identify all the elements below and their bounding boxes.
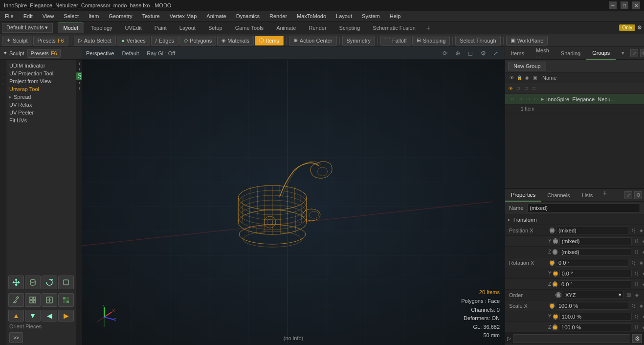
menu-layout[interactable]: Layout	[331, 11, 357, 22]
position-x-key-icon[interactable]: ◆	[638, 227, 644, 234]
tab-paint[interactable]: Paint	[149, 23, 173, 33]
arrow-left-button[interactable]: ◀	[42, 310, 57, 322]
rotation-z-key-icon[interactable]: ◆	[641, 281, 644, 288]
viewport-orbit-button[interactable]: ⟳	[440, 49, 450, 58]
select-through-button[interactable]: Select Through	[455, 36, 500, 46]
expand-button[interactable]: >>	[9, 332, 23, 343]
rotation-y-input[interactable]	[559, 270, 632, 277]
props-name-input[interactable]	[527, 204, 640, 212]
items-button[interactable]: ⬡ Items	[255, 36, 284, 46]
scale-y-input[interactable]	[559, 313, 632, 321]
tool-project-view[interactable]: Project from View	[6, 77, 76, 85]
menu-dynamics[interactable]: Dynamics	[231, 11, 265, 22]
position-z-input[interactable]	[559, 248, 631, 256]
scale-x-link-icon[interactable]: ⛓	[630, 302, 637, 309]
rotation-y-key-icon[interactable]: ◆	[641, 270, 644, 277]
menu-edit[interactable]: Edit	[19, 11, 38, 22]
props-tab-channels[interactable]: Channels	[541, 189, 576, 202]
rotation-x-link-icon[interactable]: ⛓	[630, 259, 637, 266]
tab-render[interactable]: Render	[303, 23, 332, 33]
action-center-button[interactable]: ⊕ Action Center	[289, 36, 337, 46]
tool-unwrap[interactable]: Unwrap Tool	[6, 85, 76, 93]
props-add-button[interactable]: +	[599, 189, 611, 202]
transform-section-header[interactable]: ▸ Transform	[505, 214, 644, 225]
snapping-button[interactable]: ⊞ Snapping	[412, 36, 450, 46]
item-sel-1[interactable]: □	[509, 96, 516, 103]
props-tab-lists[interactable]: Lists	[576, 189, 599, 202]
order-dropdown[interactable]: XYZ ▾	[563, 291, 624, 299]
arrow-down-button[interactable]: ▼	[25, 310, 41, 322]
scale-z-key-icon[interactable]: ◆	[641, 324, 644, 331]
position-x-link-icon[interactable]: ⛓	[630, 227, 637, 234]
viewport[interactable]: Perspective Default Ray GL: Off ⟳ ⊕ ◻ ⚙ …	[82, 47, 505, 345]
workplane-button[interactable]: ▣ WorkPlane	[506, 36, 548, 46]
polygons-button[interactable]: ◇ Polygons	[179, 36, 216, 46]
menu-vertex-map[interactable]: Vertex Map	[165, 11, 202, 22]
menu-file[interactable]: File	[0, 11, 19, 22]
viewport-canvas[interactable]: 20 Items Polygons : Face Channels: 0 Def…	[82, 60, 505, 345]
props-expand-button[interactable]: ⤢	[624, 191, 632, 199]
menu-animate[interactable]: Animate	[201, 11, 231, 22]
item-sel-3[interactable]: □	[525, 96, 532, 103]
scale-y-circle[interactable]	[553, 314, 558, 320]
tab-uvedit[interactable]: UVEdit	[119, 23, 148, 33]
tool-spread[interactable]: ▸ Spread	[6, 93, 76, 101]
command-input[interactable]	[513, 334, 630, 343]
tab-scripting[interactable]: Scripting	[333, 23, 366, 33]
order-link-icon[interactable]: ⛓	[625, 292, 632, 299]
menu-render[interactable]: Render	[265, 11, 292, 22]
tool-icon-move[interactable]	[8, 276, 24, 289]
tool-icon-box[interactable]	[58, 276, 74, 289]
minimize-button[interactable]: ─	[609, 1, 617, 9]
item-sel-2[interactable]: □	[517, 96, 524, 103]
group-sel-icon-3[interactable]: □	[531, 85, 537, 92]
order-key-icon[interactable]: ◆	[633, 292, 640, 299]
viewport-expand-button[interactable]: ⤢	[491, 49, 501, 58]
scale-y-link-icon[interactable]: ⛓	[633, 313, 640, 320]
position-z-link-icon[interactable]: ⛓	[633, 249, 640, 255]
tab-model[interactable]: Model	[58, 23, 84, 33]
menu-system[interactable]: System	[357, 11, 385, 22]
tool-icon-cup[interactable]	[25, 276, 41, 289]
arrow-right-button[interactable]: ▶	[58, 310, 74, 322]
position-z-key-icon[interactable]: ◆	[641, 249, 644, 255]
position-y-input[interactable]	[559, 237, 632, 245]
scale-y-key-icon[interactable]: ◆	[641, 313, 644, 320]
position-x-input[interactable]	[556, 227, 628, 234]
tool-uv-relax[interactable]: UV Relax	[6, 101, 76, 109]
scale-x-input[interactable]	[556, 302, 628, 310]
add-tab-button[interactable]: +	[422, 24, 434, 32]
sidebar-tick-2[interactable]: ·	[0, 68, 6, 73]
group-eye-icon[interactable]: 👁	[507, 85, 514, 92]
maximize-button[interactable]: □	[621, 1, 628, 9]
rotation-x-circle[interactable]	[550, 260, 555, 266]
menu-help[interactable]: Help	[385, 11, 406, 22]
rotation-x-input[interactable]	[556, 259, 628, 267]
close-button[interactable]: ✕	[632, 1, 640, 9]
position-y-key-icon[interactable]: ◆	[641, 238, 644, 245]
vertices-button[interactable]: ● Vertices	[117, 36, 150, 46]
right-panel-settings-button[interactable]: ⚙	[640, 49, 644, 57]
rotation-y-link-icon[interactable]: ⛓	[633, 270, 640, 277]
right-tab-items[interactable]: Items	[505, 47, 530, 60]
viewport-zoom-button[interactable]: ⊕	[453, 49, 463, 58]
presets-btn[interactable]: Presets F6	[27, 49, 61, 58]
menu-item[interactable]: Item	[84, 11, 104, 22]
layout-selector[interactable]: Default Layouts ▾	[2, 23, 53, 33]
tab-settings-button[interactable]: ⚙	[637, 24, 642, 31]
viewport-settings-button[interactable]: ⚙	[478, 49, 488, 58]
right-tab-groups[interactable]: Groups	[586, 47, 616, 60]
tab-setup[interactable]: Setup	[202, 23, 228, 33]
menu-select[interactable]: Select	[59, 11, 84, 22]
falloff-button[interactable]: ⌒ Falloff	[380, 36, 411, 46]
scale-z-link-icon[interactable]: ⛓	[633, 324, 640, 331]
tab-schematic[interactable]: Schematic Fusion	[367, 23, 421, 33]
tab-layout[interactable]: Layout	[174, 23, 201, 33]
materials-button[interactable]: ◈ Materials	[217, 36, 254, 46]
tool-fit-uvs[interactable]: Fit UVs	[6, 116, 76, 124]
scale-z-input[interactable]	[559, 323, 631, 331]
viewport-camera-button[interactable]: ◻	[466, 49, 475, 58]
tool-icon-unfold[interactable]	[42, 293, 57, 307]
tab-topology[interactable]: Topology	[85, 23, 118, 33]
item-sel-4[interactable]: □	[533, 96, 539, 103]
